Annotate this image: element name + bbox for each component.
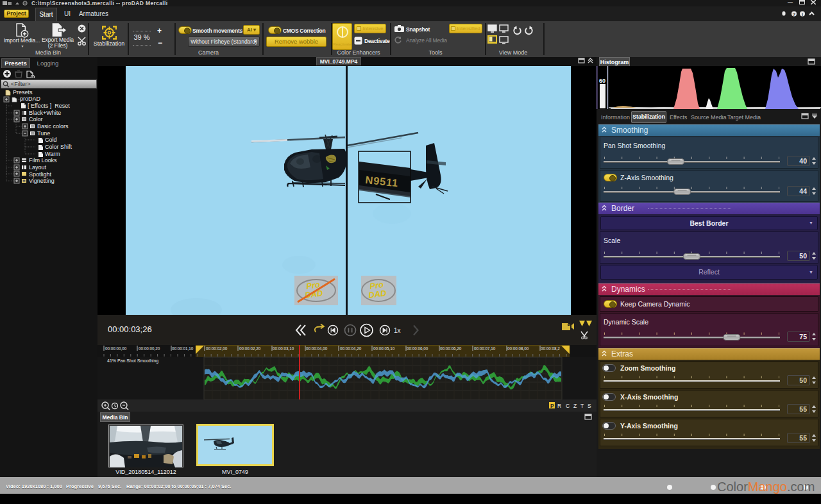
svg-text:00:00:05,10: 00:00:05,10: [373, 346, 395, 351]
svg-text:C: C: [566, 403, 570, 409]
svg-text:P: P: [550, 403, 554, 409]
svg-text:T: T: [580, 403, 584, 409]
svg-text:00:00:07,10: 00:00:07,10: [474, 346, 496, 351]
svg-text:1x: 1x: [394, 327, 401, 334]
svg-text:60: 60: [599, 78, 605, 84]
svg-text:00:00:04,20: 00:00:04,20: [340, 346, 362, 351]
svg-text:00:00:08,00: 00:00:08,00: [507, 346, 529, 351]
svg-text:41% Pan Shot Smoothing: 41% Pan Shot Smoothing: [107, 358, 158, 364]
svg-text:S: S: [588, 403, 591, 409]
svg-text:00:00:02,20: 00:00:02,20: [239, 346, 261, 351]
svg-text:R: R: [557, 403, 561, 409]
svg-text:00:00:02,00: 00:00:02,00: [206, 346, 228, 351]
svg-text:00:00:00,20: 00:00:00,20: [139, 346, 160, 351]
svg-text:00:00:06,20: 00:00:06,20: [440, 346, 462, 351]
svg-text:00:00:08,2: 00:00:08,2: [541, 346, 560, 351]
svg-text:00:00:04,00: 00:00:04,00: [306, 346, 328, 351]
svg-text:Z: Z: [573, 403, 577, 409]
svg-text:00:00:03,10: 00:00:03,10: [273, 346, 294, 351]
svg-text:00:00:06,00: 00:00:06,00: [407, 346, 428, 351]
svg-text:?: ?: [793, 12, 795, 17]
svg-text:00:00:01,10: 00:00:01,10: [172, 346, 194, 351]
svg-text:i: i: [802, 12, 803, 17]
svg-text:00:00:00,00: 00:00:00,00: [105, 346, 127, 351]
